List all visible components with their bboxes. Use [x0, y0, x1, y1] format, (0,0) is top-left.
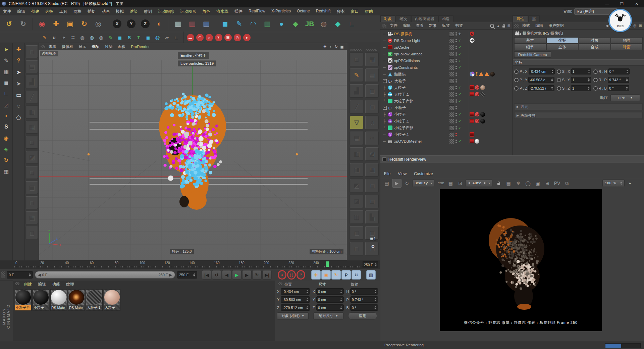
lasso-select-icon[interactable]: ◌ [14, 101, 24, 111]
attr-tab-立体[interactable]: 立体 [546, 44, 578, 50]
keyframe-selection-button[interactable]: ? [297, 270, 305, 279]
layer-swatch[interactable] [449, 38, 454, 43]
attr-tab-细节[interactable]: 细节 [514, 44, 546, 50]
attr-field-R . H[interactable]: 0 ° [608, 68, 630, 74]
render-picture-viewer-icon[interactable]: ▥ [185, 17, 199, 31]
restart-render-button[interactable]: ↻ [402, 179, 411, 187]
attr-field-S . Z[interactable]: 1 [571, 85, 591, 91]
diamond-volume-icon[interactable]: ◆ [331, 17, 345, 31]
enable-toggle[interactable]: ✛ [458, 32, 462, 36]
rgb-channel-select[interactable]: RGB [436, 179, 445, 187]
rs-dome-light-icon[interactable]: ◠ [195, 33, 204, 42]
rs-camera-tag[interactable] [470, 31, 475, 37]
key-parameter-toggle[interactable]: P [341, 270, 351, 280]
pal-cube-c-icon[interactable]: ◩ [350, 179, 364, 193]
sphere-primitive-icon[interactable]: ● [274, 17, 288, 31]
enable-toggle[interactable]: ✓ [458, 119, 462, 123]
drag-handle-icon[interactable] [15, 282, 19, 285]
array-icon[interactable]: ▦ [260, 17, 274, 31]
quaternion-fold[interactable]: ▶四元 [514, 103, 643, 110]
send-to-pv-icon[interactable]: PV [553, 179, 561, 187]
poly-pen-icon[interactable]: ✎ [106, 33, 115, 42]
materials-menu-编辑[interactable]: 编辑 [35, 282, 49, 287]
checker-icon[interactable]: ▦ [1, 66, 11, 77]
visibility-dots[interactable] [455, 65, 457, 69]
pal2-seam-icon[interactable]: ▨ [365, 147, 379, 161]
attr-field-S . Y[interactable]: 1 [571, 77, 591, 83]
copy-image-icon[interactable]: ⧉ [562, 179, 571, 187]
menu-Octane[interactable]: Octane [294, 9, 313, 14]
layer-swatch[interactable] [449, 132, 454, 137]
viewport-menu-查看[interactable]: 查看 [46, 44, 59, 49]
object-row-大粒子[interactable]: −L0大粒子 [380, 78, 513, 84]
layer-swatch[interactable] [449, 72, 454, 77]
render-image[interactable]: 微信公众号：野鹿志 微博：野鹿志 作者：马鹿野郎 Frame 250 [440, 189, 602, 331]
object-row-大粒子产卵[interactable]: └大粒子产卵✓ [380, 98, 513, 104]
om-tab-对象[interactable]: 对象 [380, 15, 395, 22]
drag-handle-icon[interactable] [382, 24, 386, 28]
pal-cube-tip-icon[interactable]: ◻ [350, 52, 364, 66]
mograph-cloner-icon[interactable]: ◆ [288, 17, 303, 31]
autokey-button[interactable]: ( ) [287, 270, 296, 279]
menu-模拟[interactable]: 模拟 [113, 9, 127, 14]
attr-tab-坐标[interactable]: 坐标 [546, 37, 578, 44]
materials-menu-功能[interactable]: 功能 [49, 282, 63, 287]
visibility-dots[interactable] [455, 99, 457, 103]
pen-spline-icon[interactable]: ✎ [232, 17, 246, 31]
layer-swatch[interactable] [449, 112, 454, 117]
rotate-icon[interactable]: ↻ [77, 17, 91, 31]
y-axis-lock-icon[interactable]: Y [124, 17, 138, 31]
enable-toggle[interactable]: ✓ [458, 45, 462, 50]
visibility-dots[interactable] [455, 139, 457, 143]
move-cross-icon[interactable]: ✚ [14, 44, 24, 54]
zoom-level-field[interactable]: 100 % [602, 180, 625, 187]
expand-toggle[interactable]: − [383, 106, 387, 110]
mod-palette-slot-9[interactable]: ▤ [25, 181, 38, 194]
mod-palette-slot-11[interactable]: ▦ [25, 211, 38, 225]
key-pla-toggle[interactable]: ∷ [352, 270, 361, 280]
visibility-dots[interactable] [455, 32, 457, 36]
object-row-小粒子[interactable]: −L0小粒子 [380, 104, 513, 111]
object-row-大粒子.1[interactable]: ├大粒子.1✓ [380, 91, 513, 98]
enable-toggle[interactable]: ✓ [458, 86, 462, 90]
apply-button[interactable]: 应用 [348, 312, 377, 319]
snap-magnet-icon[interactable]: ∪ [50, 33, 59, 42]
layer-swatch[interactable] [449, 126, 454, 131]
attr-field-R . B[interactable]: 0 ° [608, 85, 629, 91]
coord-field-pos-Y[interactable]: -60.503 cm [281, 296, 310, 303]
menu-文件[interactable]: 文件 [0, 9, 14, 14]
poly-select-icon[interactable]: ⬠ [14, 113, 24, 123]
om-search-icon[interactable] [490, 24, 494, 28]
xpcache-tag[interactable] [470, 132, 474, 137]
visibility-dots[interactable] [455, 52, 457, 56]
end-frame-field[interactable]: 250 F [177, 271, 197, 279]
menu-Redshift[interactable]: Redshift [313, 9, 334, 14]
rect-select-icon[interactable]: ▭ [14, 90, 24, 100]
object-row-RS Dome Light[interactable]: ─RS Dome Light✓ [380, 37, 513, 44]
wire-sphere-icon[interactable]: ◍ [317, 17, 331, 31]
paint-bucket-icon[interactable]: ◉ [1, 133, 11, 143]
keyframe-circle-icon[interactable] [593, 78, 598, 82]
pal2-notes-icon[interactable]: ♫ [365, 115, 379, 130]
coord-field-pos-X[interactable]: -0.434 cm [281, 288, 310, 295]
om-menu-文件[interactable]: 文件 [387, 23, 400, 28]
coord-field-pos-Z[interactable]: -279.512 cm [281, 304, 310, 311]
order-select[interactable]: HPB▼ [610, 94, 640, 101]
xpcache-tag[interactable] [470, 92, 474, 97]
minimize-button[interactable]: — [600, 0, 614, 7]
menu-角色[interactable]: 角色 [199, 9, 213, 14]
visibility-dots[interactable] [455, 59, 457, 63]
mod-palette-slot-7[interactable]: ▨ [25, 151, 38, 164]
cube2-tool-icon[interactable]: ◼ [144, 33, 153, 42]
maximize-button[interactable]: ❐ [614, 0, 629, 7]
redshift-camera-tab[interactable]: Redshift Camera [514, 51, 551, 58]
material-item-1[interactable]: 小粒子 [33, 289, 49, 311]
attr-back-icon[interactable]: ◀ [605, 23, 608, 28]
xpcache-tag[interactable] [470, 112, 474, 117]
close-button[interactable]: ✕ [629, 0, 644, 7]
pal2-cube-icon[interactable]: ◻ [365, 84, 379, 98]
pal-chart-icon[interactable]: ▟ [350, 84, 364, 98]
layer-swatch[interactable] [449, 99, 454, 104]
mod-palette-slot-0[interactable]: ◻ [25, 45, 38, 58]
pal-cube-d-icon[interactable]: ◪ [350, 194, 364, 208]
